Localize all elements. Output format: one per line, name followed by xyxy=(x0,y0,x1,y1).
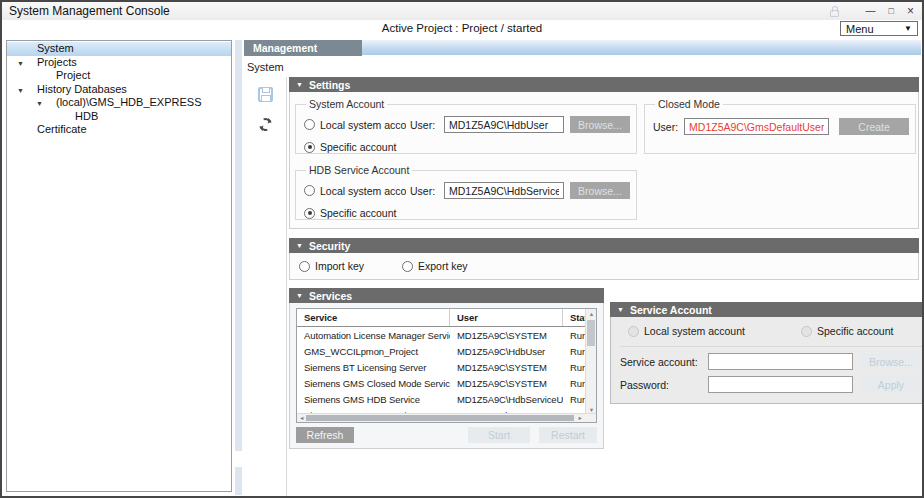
window-controls: — □ × xyxy=(830,2,914,20)
security-body: Import key Export key xyxy=(289,253,919,280)
radio-icon[interactable] xyxy=(304,142,315,153)
browse-button[interactable]: Browse... xyxy=(860,353,922,370)
security-header[interactable]: ▼ Security xyxy=(289,238,919,253)
title-bar: System Management Console — □ × xyxy=(2,2,922,20)
hdb-account-user-input[interactable] xyxy=(444,182,564,199)
table-header-row: Service User Status xyxy=(297,309,585,327)
collapse-icon: ▼ xyxy=(617,302,624,317)
table-cell: Running xyxy=(563,327,585,343)
close-button[interactable]: × xyxy=(907,2,914,20)
table-row[interactable]: GMS_WCCILpmon_ProjectMD1Z5A9C\HdbUserRun… xyxy=(297,343,585,359)
apply-button[interactable]: Apply xyxy=(860,376,922,393)
splitter-handle[interactable] xyxy=(235,451,242,467)
radio-specific-account[interactable]: Specific account xyxy=(304,207,630,219)
user-label: User: xyxy=(410,185,444,197)
scrollbar-thumb[interactable] xyxy=(587,320,595,346)
radio-specific-account[interactable]: Specific account xyxy=(801,325,893,337)
sections-container: ▼ Settings System Account Local system a… xyxy=(289,77,919,449)
tree-expander-icon[interactable]: ▼ xyxy=(17,57,24,71)
tree-item-projects[interactable]: ▼Projects xyxy=(7,56,231,70)
table-cell: MD1Z5A9C\SYSTEM xyxy=(450,359,563,375)
navigation-tree: System▼ProjectsProject▼History Databases… xyxy=(6,40,232,492)
services-section: ▼ Services Service User Status xyxy=(289,288,604,449)
horizontal-scrollbar[interactable]: ◄ ► xyxy=(297,413,596,422)
tree-item-label: Projects xyxy=(7,56,231,70)
radio-icon[interactable] xyxy=(304,185,315,196)
radio-export-key[interactable]: Export key xyxy=(402,260,468,272)
hdb-account-legend: HDB Service Account xyxy=(309,164,409,176)
column-header-service[interactable]: Service xyxy=(297,309,450,326)
scroll-left-icon[interactable]: ◄ xyxy=(299,415,304,421)
scroll-up-icon[interactable]: ▲ xyxy=(586,311,597,317)
restart-button[interactable]: Restart xyxy=(539,427,597,443)
vertical-scrollbar[interactable]: ▲ ▼ xyxy=(585,309,596,415)
active-project-status: Active Project : Project / started xyxy=(2,20,922,37)
tree-expander-icon[interactable]: ▼ xyxy=(36,97,43,111)
radio-local-system-account[interactable]: Local system account xyxy=(304,119,410,131)
service-account-header[interactable]: ▼ Service Account xyxy=(610,302,924,317)
radio-icon[interactable] xyxy=(304,208,315,219)
radio-icon xyxy=(628,326,639,337)
menu-dropdown[interactable]: Menu ▼ xyxy=(840,21,918,36)
start-button[interactable]: Start xyxy=(468,427,530,443)
radio-label: Export key xyxy=(418,260,468,272)
table-row[interactable]: Siemens GMS HDB ServiceMD1Z5A9C\HdbServi… xyxy=(297,391,585,407)
breadcrumb: System xyxy=(247,61,284,73)
table-cell: Running xyxy=(563,359,585,375)
radio-local-system-account[interactable]: Local system account xyxy=(304,185,410,197)
table-row[interactable]: Automation License Manager ServiceMD1Z5A… xyxy=(297,327,585,343)
tree-expander-icon[interactable]: ▼ xyxy=(17,84,24,98)
minimize-button[interactable]: — xyxy=(866,2,876,20)
save-icon[interactable] xyxy=(258,87,273,102)
tree-item-local-gms-hdb-express[interactable]: ▼(local)\GMS_HDB_EXPRESS xyxy=(7,96,231,110)
tree-item-hdb[interactable]: HDB xyxy=(7,110,231,124)
radio-label: Specific account xyxy=(320,207,396,219)
browse-button[interactable]: Browse... xyxy=(570,116,630,133)
password-input[interactable] xyxy=(708,376,853,393)
table-cell: Running xyxy=(563,343,585,359)
tab-management[interactable]: Management xyxy=(244,40,362,56)
services-header[interactable]: ▼ Services xyxy=(289,288,604,303)
create-button[interactable]: Create xyxy=(839,118,909,135)
user-label: User: xyxy=(410,119,444,131)
closed-mode-user-input[interactable] xyxy=(684,118,829,135)
tree-item-certificate[interactable]: Certificate xyxy=(7,123,231,137)
table-row[interactable]: Siemens GMS Closed Mode ServiceMD1Z5A9C\… xyxy=(297,375,585,391)
scroll-right-icon[interactable]: ► xyxy=(578,415,583,421)
services-body: Service User Status Automation License M… xyxy=(289,303,604,449)
service-account-title: Service Account xyxy=(630,304,712,316)
collapse-icon: ▼ xyxy=(296,238,303,253)
browse-button[interactable]: Browse... xyxy=(570,182,630,199)
tree-item-history-databases[interactable]: ▼History Databases xyxy=(7,83,231,97)
table-cell: MD1Z5A9C\HdbServiceUser xyxy=(450,391,563,407)
radio-local-system-account[interactable]: Local system account xyxy=(628,325,745,337)
radio-specific-account[interactable]: Specific account xyxy=(304,141,630,153)
settings-header[interactable]: ▼ Settings xyxy=(289,77,919,92)
menu-bar: Active Project : Project / started Menu … xyxy=(2,20,922,37)
refresh-icon[interactable] xyxy=(256,116,273,133)
system-account-group: System Account Local system account User… xyxy=(295,98,637,154)
hdb-service-account-group: HDB Service Account Local system account… xyxy=(295,164,637,220)
radio-icon[interactable] xyxy=(299,261,310,272)
refresh-button[interactable]: Refresh xyxy=(296,427,354,443)
table-cell: GMS_WCCILpmon_Project xyxy=(297,343,450,359)
password-label: Password: xyxy=(620,379,708,391)
service-account-input[interactable] xyxy=(708,353,853,370)
radio-icon[interactable] xyxy=(402,261,413,272)
security-title: Security xyxy=(309,240,350,252)
scrollbar-thumb[interactable] xyxy=(306,415,574,421)
radio-icon[interactable] xyxy=(304,119,315,130)
maximize-button[interactable]: □ xyxy=(889,2,894,20)
tree-item-label: System xyxy=(7,42,231,56)
tree-item-system[interactable]: System xyxy=(7,42,231,56)
panel-splitter[interactable] xyxy=(235,40,242,495)
table-row[interactable]: Siemens BT Licensing ServerMD1Z5A9C\SYST… xyxy=(297,359,585,375)
tree-item-project[interactable]: Project xyxy=(7,69,231,83)
main-panel: Management System ▼ Settings xyxy=(244,37,921,495)
system-account-user-input[interactable] xyxy=(444,116,564,133)
radio-import-key[interactable]: Import key xyxy=(299,260,364,272)
column-header-user[interactable]: User xyxy=(450,309,563,326)
service-account-label: Service account: xyxy=(620,356,708,368)
radio-label: Specific account xyxy=(320,141,396,153)
column-header-status[interactable]: Status xyxy=(563,309,585,326)
